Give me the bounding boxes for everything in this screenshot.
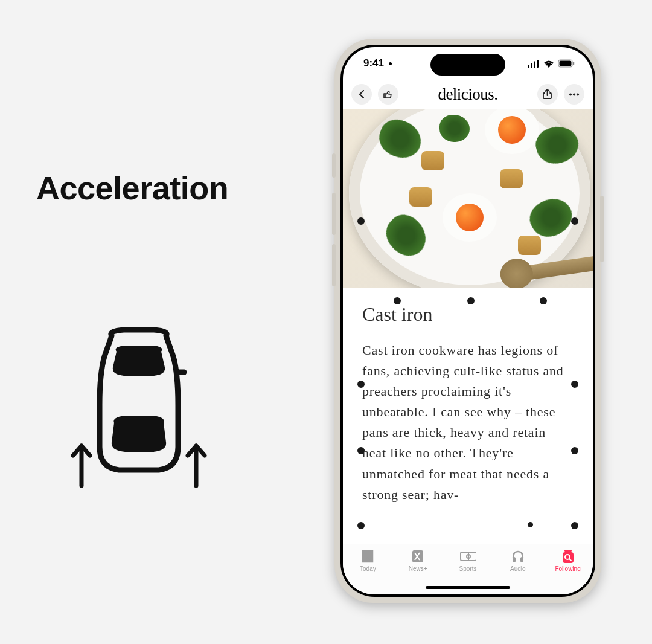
signal-icon [528,60,540,68]
chevron-left-icon [359,90,365,98]
phone-volume-up [332,193,336,235]
tab-sports[interactable]: Sports [444,549,492,572]
article-content[interactable]: Cast iron Cast iron cookware has legions… [343,288,593,505]
nav-bar: delicious. [343,80,593,109]
phone-screen: 9:41 [343,47,593,594]
svg-rect-19 [564,550,572,552]
news-icon [360,549,375,564]
dynamic-island [430,54,505,76]
thumbs-icon [382,89,394,99]
tab-following[interactable]: Following [544,549,592,572]
svg-point-12 [577,93,579,95]
tab-label: News+ [409,565,427,572]
headphones-icon [511,549,525,564]
back-button[interactable] [351,84,372,105]
publication-title: delicious. [438,85,497,104]
home-indicator[interactable] [426,586,510,589]
article-body-text: Cast iron cookware has legions of fans, … [362,340,574,505]
article-hero-image [343,109,593,288]
svg-rect-6 [537,60,539,68]
battery-icon [558,59,575,68]
more-button[interactable] [564,84,584,105]
phone-mockup: 9:41 [334,39,601,603]
svg-point-11 [573,93,575,95]
svg-point-10 [569,93,572,95]
tab-newsplus[interactable]: News+ [394,549,442,572]
phone-side-button [600,196,604,262]
svg-rect-5 [534,61,535,68]
svg-rect-8 [560,61,572,66]
status-dot [389,62,392,65]
wifi-icon [543,60,554,68]
newsplus-icon [411,549,424,564]
tab-today[interactable]: Today [344,549,392,572]
phone-mute-switch [332,153,336,178]
tab-label: Sports [459,565,477,572]
sports-icon [460,550,476,562]
article-section-title: Cast iron [362,303,574,326]
tab-audio[interactable]: Audio [494,549,542,572]
tab-label: Today [360,565,376,572]
svg-rect-18 [520,557,523,562]
status-bar: 9:41 [343,47,593,80]
feature-title: Acceleration [36,169,228,207]
svg-rect-9 [573,62,574,65]
share-button[interactable] [537,84,558,105]
car-acceleration-icon [57,326,220,507]
tab-label: Following [555,565,580,572]
svg-rect-4 [531,63,532,68]
status-time: 9:41 [363,57,384,69]
svg-rect-17 [513,557,516,562]
phone-volume-down [332,244,336,286]
svg-rect-3 [528,65,529,68]
feedback-button[interactable] [378,84,398,105]
share-icon [543,89,552,100]
following-icon [561,549,575,564]
ellipsis-icon [569,93,580,96]
tab-label: Audio [510,565,526,572]
svg-rect-20 [563,552,574,563]
